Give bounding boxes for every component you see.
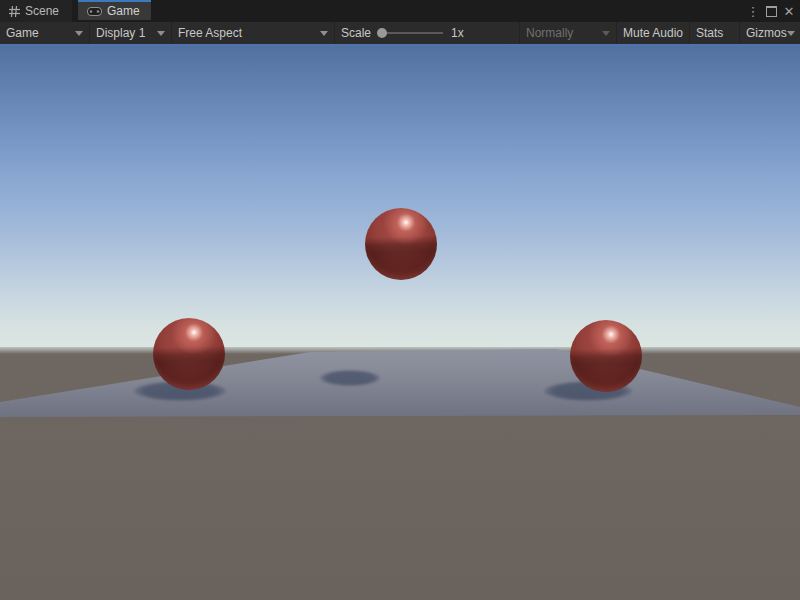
game-view[interactable] <box>0 44 800 600</box>
mute-audio-toggle[interactable]: Mute Audio <box>617 22 690 44</box>
scale-value: 1x <box>451 26 464 40</box>
vsync-dropdown-disabled: Normally <box>520 22 617 44</box>
scale-label: Scale <box>341 26 371 40</box>
stats-label: Stats <box>696 26 723 40</box>
display-label: Display 1 <box>96 26 145 40</box>
sphere-right <box>570 320 642 392</box>
scale-control: Scale 1x <box>335 22 520 44</box>
gamepad-icon <box>87 7 102 16</box>
gizmos-dropdown[interactable]: Gizmos <box>740 22 800 44</box>
aspect-label: Free Aspect <box>178 26 242 40</box>
scale-slider[interactable] <box>379 32 443 34</box>
display-dropdown[interactable]: Display 1 <box>90 22 172 44</box>
chevron-down-icon <box>787 31 795 36</box>
skybox <box>0 44 800 348</box>
vsync-label: Normally <box>526 26 573 40</box>
sphere-left <box>153 318 225 390</box>
window-controls: ⋮ ✕ <box>744 0 798 22</box>
tab-game-label: Game <box>107 4 140 18</box>
maximize-icon[interactable] <box>762 0 780 22</box>
game-toolbar: Game Display 1 Free Aspect Scale 1x Norm… <box>0 22 800 44</box>
chevron-down-icon <box>157 31 165 36</box>
chevron-down-icon <box>75 31 83 36</box>
tab-game[interactable]: Game <box>78 0 151 20</box>
grid-icon <box>9 6 20 17</box>
tab-scene-label: Scene <box>25 4 59 18</box>
view-popup-label: Game <box>6 26 39 40</box>
close-icon[interactable]: ✕ <box>780 0 798 22</box>
tab-scene[interactable]: Scene <box>0 0 72 22</box>
tab-strip: Scene Game ⋮ ✕ <box>0 0 800 22</box>
chevron-down-icon <box>320 31 328 36</box>
gizmos-label: Gizmos <box>746 26 787 40</box>
gameview-top-highlight <box>0 44 800 46</box>
mute-audio-label: Mute Audio <box>623 26 683 40</box>
menu-icon[interactable]: ⋮ <box>744 0 762 22</box>
scale-slider-knob[interactable] <box>377 28 387 38</box>
aspect-ratio-dropdown[interactable]: Free Aspect <box>172 22 335 44</box>
chevron-down-icon <box>602 31 610 36</box>
sphere-shadow <box>320 370 380 386</box>
view-popup-dropdown[interactable]: Game <box>0 22 90 44</box>
sphere-center <box>365 208 437 280</box>
stats-toggle[interactable]: Stats <box>690 22 740 44</box>
